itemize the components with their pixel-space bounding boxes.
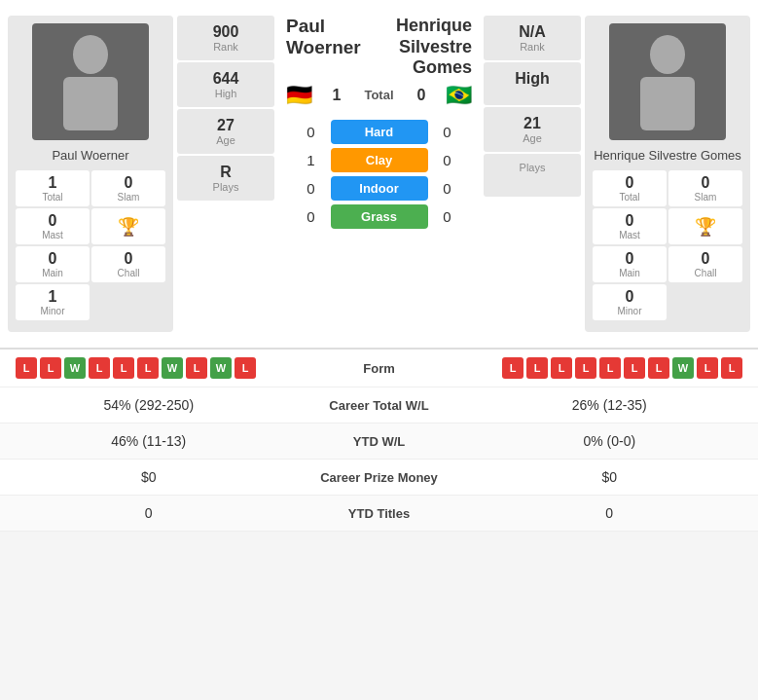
right-total-stat: 0 Total: [593, 170, 667, 206]
svg-point-2: [650, 35, 685, 74]
svg-rect-1: [63, 77, 118, 130]
form-badge-l: L: [526, 357, 548, 379]
indoor-button[interactable]: Indoor: [331, 176, 428, 201]
right-rank-boxes: N/A Rank High 21 Age Plays: [484, 16, 581, 332]
stats-right-value: 26% (12-35): [477, 397, 743, 413]
hard-right-score: 0: [438, 124, 457, 140]
left-high-label: High: [183, 88, 269, 99]
form-badge-l: L: [551, 357, 572, 379]
left-minor-label: Minor: [21, 306, 84, 316]
stats-center-label: YTD W/L: [282, 434, 477, 449]
bottom-section: LLWLLLWLWL Form LLLLLLLWLL 54% (292-250)…: [0, 348, 758, 532]
left-trophy-cell: 🏆: [91, 208, 165, 244]
left-player-avatar: [32, 23, 149, 140]
right-main-label: Main: [598, 268, 661, 278]
right-slam-value: 0: [674, 174, 737, 192]
main-container: Paul Woerner 1 Total 0 Slam 0 Mast 🏆: [0, 0, 758, 532]
form-badge-l: L: [624, 357, 645, 379]
hard-button[interactable]: Hard: [331, 120, 428, 144]
left-chall-value: 0: [97, 250, 160, 268]
form-badge-l: L: [697, 357, 718, 379]
form-badge-w: W: [64, 357, 86, 379]
left-chall-label: Chall: [97, 268, 160, 278]
stats-row: 0 YTD Titles 0: [0, 496, 758, 532]
right-total-label: Total: [598, 192, 661, 203]
right-high-box: High: [484, 62, 581, 105]
clay-right-score: 0: [438, 152, 457, 168]
form-badge-l: L: [235, 357, 256, 379]
form-badge-l: L: [599, 357, 621, 379]
form-badge-l: L: [575, 357, 596, 379]
left-player-card: Paul Woerner 1 Total 0 Slam 0 Mast 🏆: [8, 16, 173, 332]
right-chall-value: 0: [674, 250, 737, 268]
form-badge-w: W: [672, 357, 694, 379]
left-form-badges: LLWLLLWLWL: [16, 357, 331, 379]
clay-button[interactable]: Clay: [331, 148, 428, 172]
stats-right-value: 0% (0-0): [477, 433, 743, 449]
right-main-value: 0: [598, 250, 661, 268]
left-main-value: 0: [21, 250, 84, 268]
left-total-stat: 1 Total: [16, 170, 90, 206]
right-minor-stat: 0 Minor: [593, 284, 667, 320]
left-player-stats-grid: 1 Total 0 Slam 0 Mast 🏆 0 Main: [16, 170, 165, 320]
right-trophy-cell: 🏆: [668, 208, 742, 244]
top-section: Paul Woerner 1 Total 0 Slam 0 Mast 🏆: [0, 0, 758, 340]
left-total-score: 1: [333, 87, 342, 104]
right-player-name-label: Henrique Silvestre Gomes: [593, 148, 742, 163]
left-plays-value: R: [183, 164, 269, 181]
left-rank-boxes: 900 Rank 644 High 27 Age R Plays: [177, 16, 274, 332]
right-rank-box: N/A Rank: [484, 16, 581, 60]
hard-row: 0 Hard 0: [282, 120, 476, 144]
right-main-stat: 0 Main: [593, 246, 667, 282]
form-badge-l: L: [721, 357, 742, 379]
stats-left-value: 54% (292-250): [16, 397, 282, 413]
indoor-right-score: 0: [438, 180, 457, 197]
left-mast-stat: 0 Mast: [16, 208, 90, 244]
right-age-value: 21: [489, 115, 575, 132]
clay-row: 1 Clay 0: [282, 148, 476, 172]
stats-center-label: Career Prize Money: [282, 470, 477, 485]
form-badge-l: L: [502, 357, 523, 379]
left-slam-label: Slam: [97, 192, 160, 203]
right-slam-stat: 0 Slam: [668, 170, 742, 206]
left-age-label: Age: [183, 134, 269, 146]
form-badge-l: L: [113, 357, 134, 379]
right-rank-value: N/A: [489, 23, 575, 41]
left-slam-value: 0: [97, 174, 160, 192]
form-badge-l: L: [40, 357, 61, 379]
right-player-name-center: Henrique Silvestre Gomes: [379, 16, 473, 79]
right-minor-value: 0: [598, 288, 661, 306]
form-row: LLWLLLWLWL Form LLLLLLLWLL: [0, 350, 758, 387]
stats-row: $0 Career Prize Money $0: [0, 460, 758, 496]
left-mast-label: Mast: [21, 230, 84, 240]
indoor-left-score: 0: [302, 180, 321, 197]
right-rank-label: Rank: [489, 41, 575, 53]
left-total-label: Total: [21, 192, 84, 203]
stats-center-label: Career Total W/L: [282, 398, 477, 413]
grass-row: 0 Grass 0: [282, 204, 476, 229]
right-mast-value: 0: [598, 212, 661, 230]
left-chall-stat: 0 Chall: [91, 246, 165, 282]
svg-point-0: [73, 35, 108, 74]
right-total-score: 0: [417, 87, 426, 104]
left-rank-box: 900 Rank: [177, 16, 274, 60]
left-flag: 🇩🇪: [286, 83, 312, 108]
stats-right-value: 0: [477, 505, 743, 521]
right-minor-label: Minor: [598, 306, 661, 316]
middle-section: Paul Woerner Henrique Silvestre Gomes 🇩🇪…: [278, 16, 480, 332]
right-form-badges: LLLLLLLWLL: [428, 357, 743, 379]
left-rank-label: Rank: [183, 41, 269, 53]
right-chall-label: Chall: [674, 268, 737, 278]
left-main-stat: 0 Main: [16, 246, 90, 282]
right-mast-label: Mast: [598, 230, 661, 240]
right-flag: 🇧🇷: [446, 83, 472, 108]
form-label: Form: [331, 361, 428, 376]
left-total-value: 1: [21, 174, 84, 192]
grass-left-score: 0: [302, 208, 321, 225]
right-high-value: High: [489, 70, 575, 88]
form-badge-l: L: [648, 357, 669, 379]
right-plays-box: Plays: [484, 154, 581, 197]
left-age-box: 27 Age: [177, 109, 274, 154]
form-badge-l: L: [186, 357, 207, 379]
grass-button[interactable]: Grass: [331, 204, 428, 229]
